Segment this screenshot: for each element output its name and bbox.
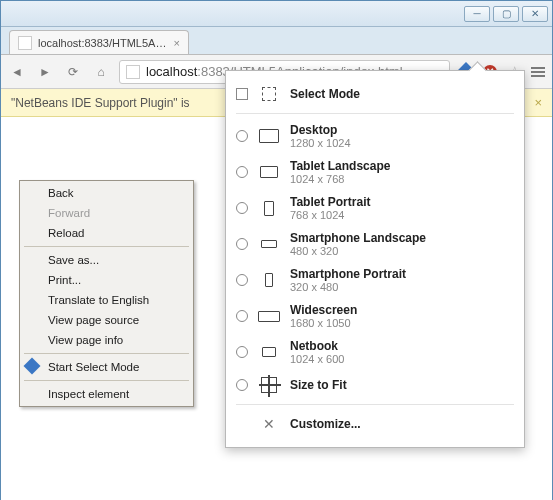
close-window-button[interactable]: ✕ — [522, 6, 548, 22]
cube-icon — [24, 358, 41, 375]
radio-icon — [236, 379, 248, 391]
resize-popup: Select Mode Desktop1280 x 1024 Tablet La… — [225, 70, 525, 448]
radio-icon — [236, 238, 248, 250]
phone-portrait-icon — [258, 272, 280, 288]
cm-view-source[interactable]: View page source — [22, 310, 191, 330]
tab-title: localhost:8383/HTML5Applicat — [38, 37, 168, 49]
separator — [236, 113, 514, 114]
infobar-close-icon[interactable]: × — [534, 95, 542, 110]
popup-device-desktop[interactable]: Desktop1280 x 1024 — [226, 118, 524, 154]
popup-size-to-fit[interactable]: Size to Fit — [226, 370, 524, 400]
separator — [24, 353, 189, 354]
cm-view-info[interactable]: View page info — [22, 330, 191, 350]
page-icon — [18, 36, 32, 50]
maximize-button[interactable]: ▢ — [493, 6, 519, 22]
radio-icon — [236, 310, 248, 322]
tab-strip: localhost:8383/HTML5Applicat × — [1, 27, 552, 55]
forward-button[interactable]: ► — [35, 62, 55, 82]
cm-save-as[interactable]: Save as... — [22, 250, 191, 270]
popup-select-mode[interactable]: Select Mode — [226, 79, 524, 109]
cm-back[interactable]: Back — [22, 183, 191, 203]
separator — [236, 404, 514, 405]
tablet-landscape-icon — [258, 164, 280, 180]
separator — [24, 380, 189, 381]
checkbox-icon — [236, 88, 248, 100]
desktop-icon — [258, 128, 280, 144]
browser-tab[interactable]: localhost:8383/HTML5Applicat × — [9, 30, 189, 54]
tools-icon: ✕ — [258, 416, 280, 432]
home-button[interactable]: ⌂ — [91, 62, 111, 82]
minimize-button[interactable]: ─ — [464, 6, 490, 22]
popup-device-smartphone-portrait[interactable]: Smartphone Portrait320 x 480 — [226, 262, 524, 298]
separator — [24, 246, 189, 247]
cm-start-select[interactable]: Start Select Mode — [22, 357, 191, 377]
popup-device-widescreen[interactable]: Widescreen1680 x 1050 — [226, 298, 524, 334]
chrome-menu-icon[interactable] — [530, 64, 546, 80]
context-menu: Back Forward Reload Save as... Print... … — [19, 180, 194, 407]
select-icon — [258, 86, 280, 102]
popup-device-smartphone-landscape[interactable]: Smartphone Landscape480 x 320 — [226, 226, 524, 262]
close-tab-icon[interactable]: × — [174, 37, 180, 49]
radio-icon — [236, 202, 248, 214]
radio-icon — [236, 274, 248, 286]
cm-translate[interactable]: Translate to English — [22, 290, 191, 310]
titlebar: ─ ▢ ✕ — [1, 1, 552, 27]
radio-icon — [236, 346, 248, 358]
phone-landscape-icon — [258, 236, 280, 252]
cm-inspect[interactable]: Inspect element — [22, 384, 191, 404]
radio-icon — [236, 130, 248, 142]
widescreen-icon — [258, 308, 280, 324]
site-info-icon[interactable] — [126, 65, 140, 79]
cm-print[interactable]: Print... — [22, 270, 191, 290]
reload-button[interactable]: ⟳ — [63, 62, 83, 82]
popup-device-netbook[interactable]: Netbook1024 x 600 — [226, 334, 524, 370]
cm-forward: Forward — [22, 203, 191, 223]
back-button[interactable]: ◄ — [7, 62, 27, 82]
popup-device-tablet-landscape[interactable]: Tablet Landscape1024 x 768 — [226, 154, 524, 190]
radio-icon — [236, 166, 248, 178]
popup-device-tablet-portrait[interactable]: Tablet Portrait768 x 1024 — [226, 190, 524, 226]
size-to-fit-icon — [258, 377, 280, 393]
cm-reload[interactable]: Reload — [22, 223, 191, 243]
info-bar-text: "NetBeans IDE Support Plugin" is — [11, 96, 190, 110]
tablet-portrait-icon — [258, 200, 280, 216]
netbook-icon — [258, 344, 280, 360]
popup-customize[interactable]: ✕ Customize... — [226, 409, 524, 439]
